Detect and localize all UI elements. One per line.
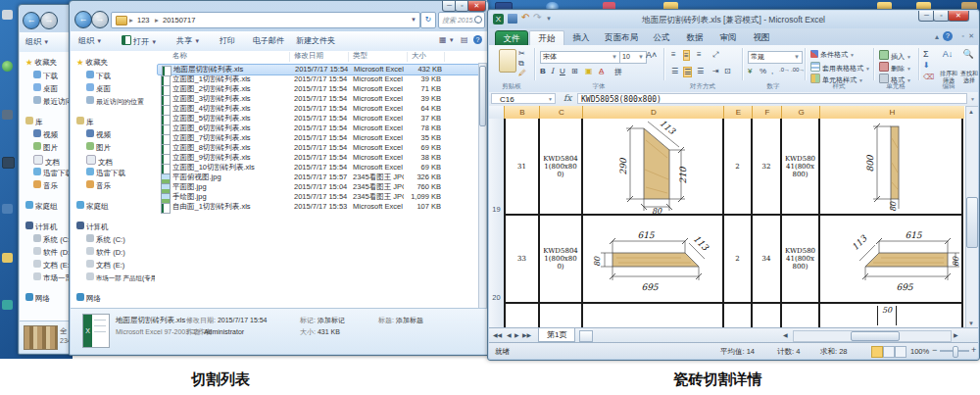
- sheet-tab[interactable]: 第1页: [538, 328, 575, 342]
- file-row[interactable]: 立面图_2切割砖列表.xls2015/7/17 15:54Microsoft E…: [157, 84, 482, 94]
- phonetic-icon[interactable]: 拼: [614, 67, 622, 77]
- cut-icon[interactable]: ✂: [518, 49, 525, 58]
- column-header-size[interactable]: 大小: [412, 51, 426, 61]
- column-header[interactable]: G: [781, 106, 820, 119]
- file-row[interactable]: 平面俯视图.jpg2015/7/17 15:572345看图王 JPG ...3…: [157, 173, 482, 182]
- column-header[interactable]: D: [582, 106, 724, 119]
- file-row[interactable]: 立面图_5切割砖列表.xls2015/7/17 15:54Microsoft E…: [157, 114, 482, 123]
- formula-input[interactable]: KWD58058(800x800): [577, 93, 967, 104]
- list-scrollbar[interactable]: [478, 63, 487, 310]
- paste-icon[interactable]: [499, 49, 516, 73]
- align-bottom-icon[interactable]: ≡: [697, 50, 702, 59]
- share-button[interactable]: 共享 ▼: [176, 35, 200, 46]
- file-row[interactable]: 立面图_8切割砖列表.xls2015/7/17 15:54Microsoft E…: [157, 143, 482, 153]
- italic-icon[interactable]: I: [551, 67, 554, 75]
- file-row[interactable]: 自由面_1切割砖列表.xls2015/7/17 15:53Microsoft E…: [157, 202, 482, 212]
- address-bar[interactable]: ▸ 123 ▸ 20150717 ▼: [111, 12, 420, 28]
- comma-icon[interactable]: ,: [771, 67, 773, 75]
- cell-g20[interactable]: KWD58041(800x800): [782, 216, 818, 302]
- align-center-icon[interactable]: ☰: [683, 67, 692, 77]
- column-header[interactable]: E: [723, 106, 753, 119]
- column-header[interactable]: F: [752, 106, 782, 119]
- font-name-select[interactable]: 宋体▼: [540, 51, 620, 64]
- file-row[interactable]: 立面图_9切割砖列表.xls2015/7/17 15:54Microsoft E…: [157, 153, 482, 163]
- percent-icon[interactable]: %: [760, 67, 766, 75]
- zoom-slider-track[interactable]: [940, 350, 969, 352]
- borders-icon[interactable]: ⊞: [571, 67, 578, 75]
- scrollbar-thumb[interactable]: [966, 197, 978, 248]
- forward-button-icon[interactable]: →: [40, 12, 58, 29]
- file-row[interactable]: 立面图_10切割砖列表.xls2015/7/17 15:54Microsoft …: [157, 163, 482, 173]
- row-header[interactable]: [489, 303, 504, 327]
- increase-decimal-icon[interactable]: .0→: [779, 67, 790, 73]
- accounting-format-icon[interactable]: ¥: [748, 67, 752, 75]
- fill-color-icon[interactable]: ▣: [585, 67, 593, 75]
- tab-home[interactable]: 开始: [529, 30, 564, 46]
- tab-view[interactable]: 视图: [746, 30, 777, 45]
- sidebar-item-drive-e[interactable]: 文档 (E:): [86, 260, 124, 271]
- align-top-icon[interactable]: ≡: [671, 50, 676, 59]
- cell-c20[interactable]: KWD58041(800x800): [540, 216, 581, 302]
- scrollbar-thumb[interactable]: [851, 331, 900, 341]
- prev-sheet-icon[interactable]: ◀: [507, 331, 512, 338]
- column-header-date[interactable]: 修改日期: [294, 51, 323, 61]
- sidebar-item-share-drive[interactable]: 市场一部 产品组(专用): [86, 272, 155, 283]
- column-header[interactable]: B: [504, 106, 540, 119]
- sidebar-item-videos[interactable]: 视频: [86, 129, 111, 140]
- desktop-icon[interactable]: [2, 10, 13, 20]
- sidebar-item-thunder[interactable]: 迅雷下载: [86, 168, 125, 178]
- address-dropdown-icon[interactable]: ▼: [411, 13, 416, 27]
- file-row[interactable]: 立面图_1切割砖列表.xls2015/7/17 15:54Microsoft E…: [157, 74, 482, 84]
- close-button[interactable]: ✕: [467, 1, 486, 12]
- scroll-up-icon[interactable]: ▲: [966, 107, 976, 117]
- views-button[interactable]: ▦ ▼: [439, 35, 455, 44]
- column-header-name[interactable]: 名称: [172, 51, 187, 61]
- new-folder-button[interactable]: 新建文件夹: [296, 35, 335, 46]
- cell-f19[interactable]: 32: [753, 119, 780, 214]
- file-row[interactable]: 立面图_6切割砖列表.xls2015/7/17 15:54Microsoft E…: [157, 123, 482, 133]
- font-size-select[interactable]: 10▼: [619, 51, 647, 64]
- desktop-icon[interactable]: [2, 253, 13, 263]
- file-row[interactable]: 平面图.jpg2015/7/17 15:042345看图王 JPG ...760…: [157, 182, 482, 192]
- zoom-level[interactable]: 100%: [910, 347, 929, 356]
- scroll-down-icon[interactable]: ▼: [966, 319, 976, 327]
- cell-e19[interactable]: 2: [724, 119, 751, 214]
- next-sheet-icon[interactable]: ▶: [514, 331, 519, 338]
- decrease-decimal-icon[interactable]: .00→: [791, 67, 805, 73]
- cell-b20[interactable]: 33: [506, 216, 538, 302]
- search-box[interactable]: 搜索 2015...: [438, 12, 485, 28]
- row-header[interactable]: 20: [489, 215, 504, 304]
- first-sheet-icon[interactable]: ◀◀: [493, 331, 502, 338]
- page-layout-view-button[interactable]: [883, 346, 895, 358]
- workbook-close-icon[interactable]: ✕: [968, 32, 974, 40]
- find-select-icon[interactable]: 🔍: [959, 49, 977, 59]
- cell-f20[interactable]: 34: [753, 216, 780, 302]
- cell-e20[interactable]: 2: [724, 216, 751, 302]
- breadcrumb-segment[interactable]: 20150717: [163, 13, 195, 27]
- file-row[interactable]: 立面图_3切割砖列表.xls2015/7/17 15:54Microsoft E…: [157, 94, 482, 104]
- column-header[interactable]: H: [819, 106, 964, 119]
- page-break-view-button[interactable]: [895, 346, 906, 358]
- copy-icon[interactable]: ⧉: [518, 59, 524, 69]
- tab-review[interactable]: 审阅: [712, 30, 744, 45]
- column-header-type[interactable]: 类型: [353, 51, 368, 61]
- clear-icon[interactable]: ⌫: [923, 73, 934, 81]
- help-icon[interactable]: ?: [943, 31, 953, 41]
- email-button[interactable]: 电子邮件: [253, 35, 284, 46]
- sidebar-item-music[interactable]: 音乐: [86, 180, 111, 191]
- format-painter-icon[interactable]: 🖉: [518, 69, 526, 77]
- preview-pane-button[interactable]: ▤: [461, 35, 468, 44]
- format-as-table-button[interactable]: 套用表格格式 ▼: [810, 62, 870, 74]
- tab-data[interactable]: 数据: [679, 30, 710, 45]
- sidebar-item-desktop[interactable]: 桌面: [86, 83, 111, 94]
- bold-icon[interactable]: B: [540, 67, 546, 75]
- back-button-icon[interactable]: ←: [23, 12, 40, 29]
- tab-page-layout[interactable]: 页面布局: [599, 30, 644, 45]
- insert-sheet-icon[interactable]: [579, 330, 593, 342]
- sidebar-item-pictures[interactable]: 图片: [86, 142, 111, 153]
- delete-cells-button[interactable]: 删除 ▼: [879, 62, 911, 74]
- sidebar-item-drive-d[interactable]: 软件 (D:): [86, 247, 125, 258]
- sidebar-item-recent[interactable]: 最近访问的位置: [86, 96, 144, 107]
- autosum-icon[interactable]: Σ: [923, 49, 929, 59]
- file-row[interactable]: 立面图_4切割砖列表.xls2015/7/17 15:54Microsoft E…: [157, 104, 482, 114]
